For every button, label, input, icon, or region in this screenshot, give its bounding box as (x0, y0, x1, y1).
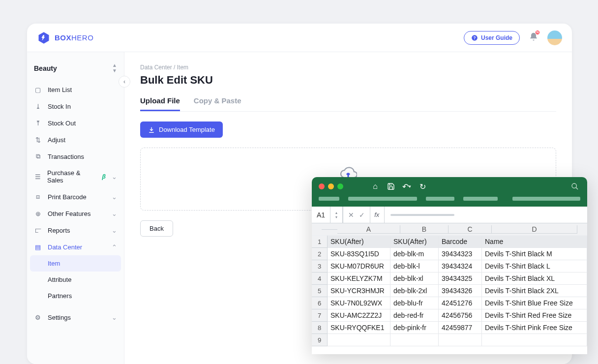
cell[interactable] (439, 334, 482, 346)
sidebar-item-stock-in[interactable]: ⤓Stock In (27, 98, 124, 115)
cell[interactable]: 39434323 (439, 248, 482, 260)
row-header[interactable]: 6 (312, 297, 328, 309)
sidebar-item-transactions[interactable]: ⧉Transactions (27, 148, 124, 165)
minimize-icon[interactable] (328, 183, 334, 189)
cell[interactable]: SKU(After) (390, 236, 439, 248)
cell[interactable]: 39434324 (439, 260, 482, 273)
cell[interactable]: deb-pink-fr (390, 322, 439, 334)
cell[interactable]: Devils T-Shirt Black 2XL (482, 285, 587, 297)
row-header[interactable]: 4 (312, 273, 328, 285)
cell[interactable]: deb-blk-m (390, 248, 439, 260)
workspace-selector[interactable]: Beauty ▲▼ (27, 58, 124, 81)
cell[interactable]: SKU-RYQQFKE1 (328, 322, 390, 334)
confirm-icon[interactable]: ✓ (359, 211, 365, 219)
cell[interactable]: Devils T-Shirt Black XL (482, 273, 587, 285)
sidebar-item-adjust[interactable]: ⇅Adjust (27, 131, 124, 148)
col-header-d[interactable]: D (492, 225, 577, 234)
cancel-icon[interactable]: ✕ (348, 211, 354, 219)
sidebar-item-print-barcode[interactable]: ⧈Print Barcode⌄ (27, 188, 124, 205)
row-header[interactable]: 3 (312, 260, 328, 273)
cell[interactable]: SKU-7N0L92WX (328, 297, 390, 309)
row-header[interactable]: 1 (312, 236, 328, 248)
save-icon[interactable] (386, 181, 396, 192)
close-icon[interactable] (319, 183, 325, 189)
sidebar-subitem-attribute[interactable]: Attribute (27, 272, 124, 288)
avatar[interactable] (547, 30, 562, 45)
user-guide-button[interactable]: ? User Guide (464, 31, 520, 45)
row-header[interactable]: 8 (312, 322, 328, 334)
cell[interactable] (328, 334, 390, 346)
cell-reference[interactable]: A1 (317, 211, 330, 219)
home-icon[interactable]: ⌂ (370, 181, 381, 192)
cell[interactable]: 42456756 (439, 309, 482, 322)
col-header-c[interactable]: C (448, 225, 492, 234)
search-icon[interactable] (569, 181, 580, 192)
cell[interactable]: SKU-M07DR6UR (328, 260, 390, 273)
undo-icon[interactable]: ↶▾ (401, 181, 412, 192)
svg-text:?: ? (473, 35, 476, 40)
notification-badge: N (535, 30, 540, 35)
logo[interactable]: BOXHERO (37, 31, 93, 45)
download-icon (148, 126, 155, 133)
cell[interactable]: Devils T-Shirt Black M (482, 248, 587, 260)
row-header[interactable]: 2 (312, 248, 328, 260)
cell[interactable]: deb-red-fr (390, 309, 439, 322)
breadcrumb-item[interactable]: Item (177, 64, 188, 71)
svg-point-2 (572, 183, 576, 188)
cell[interactable]: deb-blk-l (390, 260, 439, 273)
cell[interactable]: Devils T-Shirt Pink Free Size (482, 322, 587, 334)
sidebar-item-settings[interactable]: ⚙Settings⌄ (27, 309, 124, 326)
cell[interactable]: 42459877 (439, 322, 482, 334)
sidebar-collapse-button[interactable]: ‹ (119, 76, 130, 88)
cell[interactable]: deb-blk-2xl (390, 285, 439, 297)
cell[interactable]: Barcode (439, 236, 482, 248)
col-header-a[interactable]: A (337, 225, 400, 234)
row-header[interactable]: 9 (312, 334, 328, 346)
cell[interactable]: SKU-KELYZK7M (328, 273, 390, 285)
select-all-corner[interactable] (322, 229, 337, 230)
cell[interactable]: 39434325 (439, 273, 482, 285)
spreadsheet[interactable]: A B C D 1 SKU(After) SKU(After) Barcode … (312, 223, 587, 346)
back-button[interactable]: Back (140, 220, 173, 237)
receipt-icon: ☰ (34, 173, 41, 181)
sidebar-subitem-partners[interactable]: Partners (27, 288, 124, 304)
cell[interactable]: Name (482, 236, 587, 248)
tab-upload-file[interactable]: Upload File (140, 96, 180, 111)
maximize-icon[interactable] (337, 183, 343, 189)
formula-bar: A1 ▴▾ ✕ ✓ fx (312, 207, 587, 223)
sidebar-subitem-item[interactable]: Item (30, 255, 121, 272)
sidebar-item-other-features[interactable]: ⊕Other Features⌄ (27, 205, 124, 222)
cell[interactable]: SKU-83SQ1I5D (328, 248, 390, 260)
cell[interactable]: SKU-YCR3HMJR (328, 285, 390, 297)
row-header[interactable]: 5 (312, 285, 328, 297)
cell[interactable]: Devils T-Shirt Red Free Size (482, 309, 587, 322)
formula-input[interactable] (390, 214, 454, 216)
sidebar-item-reports[interactable]: ⫍Reports⌄ (27, 222, 124, 239)
fx-label[interactable]: fx (370, 207, 385, 223)
cell[interactable]: deb-blk-xl (390, 273, 439, 285)
cell[interactable]: 39434326 (439, 285, 482, 297)
cell[interactable]: 42451276 (439, 297, 482, 309)
ref-stepper[interactable]: ▴▾ (330, 207, 343, 223)
chevron-up-icon: ⌃ (112, 243, 117, 251)
cell[interactable]: Devils T-Shirt Black L (482, 260, 587, 273)
logo-text: BOXHERO (55, 33, 93, 42)
cell[interactable]: SKU-AMC2ZZ2J (328, 309, 390, 322)
cell[interactable]: Devils T-Shirt Blue Free Size (482, 297, 587, 309)
sidebar-item-stock-out[interactable]: ⤒Stock Out (27, 115, 124, 131)
col-header-b[interactable]: B (400, 225, 448, 234)
redo-icon[interactable]: ↻ (417, 181, 428, 192)
notifications-button[interactable]: N (529, 32, 538, 44)
tab-copy-paste[interactable]: Copy & Paste (194, 96, 241, 111)
download-template-button[interactable]: Download Template (140, 121, 223, 138)
sidebar-item-purchase-sales[interactable]: ☰Purchase & Salesβ⌄ (27, 165, 124, 188)
breadcrumb-item[interactable]: Data Center (140, 64, 172, 71)
cell[interactable] (390, 334, 439, 346)
sidebar-item-item-list[interactable]: ▢Item List (27, 81, 124, 98)
row-header[interactable]: 7 (312, 309, 328, 322)
sidebar-item-data-center[interactable]: ▤Data Center⌃ (27, 239, 124, 255)
cell[interactable] (482, 334, 587, 346)
excel-window: ⌂ ↶▾ ↻ A1 ▴▾ ✕ ✓ fx A B (312, 177, 587, 354)
cell[interactable]: SKU(After) (328, 236, 390, 248)
cell[interactable]: deb-blu-fr (390, 297, 439, 309)
